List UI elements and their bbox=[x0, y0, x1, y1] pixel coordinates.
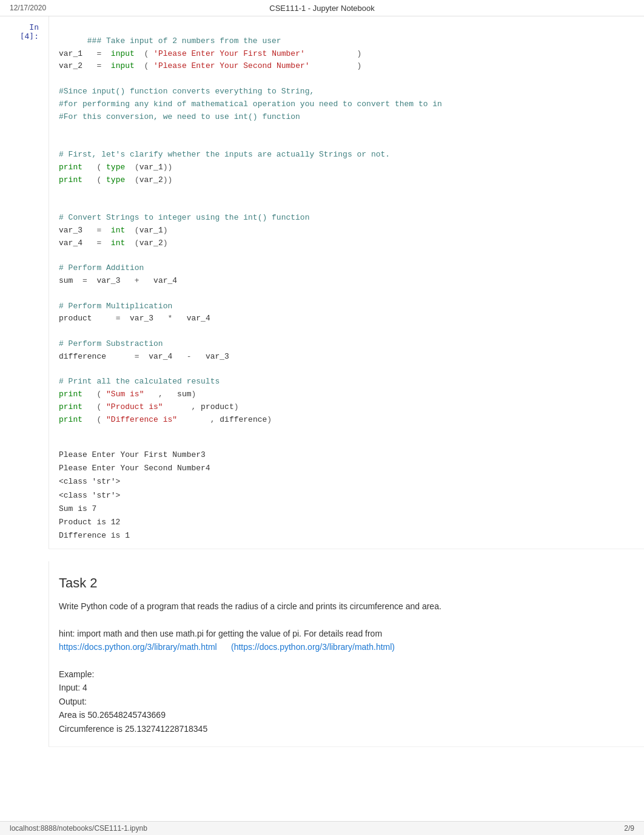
comment-2c: #For this conversion, we need to use int… bbox=[59, 112, 300, 121]
var2-line: var_2 = input ( 'Please Enter Your Secon… bbox=[59, 61, 361, 70]
input-label: Input: 4 bbox=[59, 681, 634, 694]
var1-line: var_1 = input ( 'Please Enter Your First… bbox=[59, 49, 361, 58]
comment-6: # Perform Multiplication bbox=[59, 302, 172, 311]
task2-description: Write Python code of a program that read… bbox=[59, 600, 634, 613]
comment-line-1: ### Take input of 2 numbers from the use… bbox=[87, 36, 281, 46]
output-line-1: Please Enter Your First Number3 bbox=[59, 448, 634, 462]
comment-2b: #for performing any kind of mathematical… bbox=[59, 100, 442, 109]
output-line-6: Product is 12 bbox=[59, 516, 634, 529]
output-line-2: Please Enter Your Second Number4 bbox=[59, 462, 634, 475]
task2-body: Task 2 Write Python code of a program th… bbox=[49, 561, 644, 747]
print3-line: print ( "Difference is" , difference) bbox=[59, 415, 272, 424]
output-line-3: <class 'str'> bbox=[59, 475, 634, 488]
print2-line: print ( "Product is" , product) bbox=[59, 402, 239, 411]
sum-line: sum = var_3 + var_4 bbox=[59, 276, 177, 285]
var4-line: var_4 = int (var_2) bbox=[59, 238, 168, 248]
area-line: Area is 50.26548245743669 bbox=[59, 708, 634, 722]
output-label: Output: bbox=[59, 695, 634, 708]
task2-section: Task 2 Write Python code of a program th… bbox=[0, 561, 644, 747]
code-block: ### Take input of 2 numbers from the use… bbox=[59, 22, 634, 439]
top-bar: 12/17/2020 CSE111-1 - Jupyter Notebook bbox=[0, 0, 644, 16]
comment-8: # Print all the calculated results bbox=[59, 377, 220, 386]
comment-3: # First, let's clarify whether the input… bbox=[59, 150, 390, 159]
task2-heading: Task 2 bbox=[59, 572, 634, 593]
comment-7: # Perform Substraction bbox=[59, 339, 163, 348]
task2-label bbox=[0, 561, 49, 747]
output-line-4: <class 'str'> bbox=[59, 489, 634, 502]
circ-line: Circumference is 25.132741228718345 bbox=[59, 722, 634, 735]
print-type1-line: print ( type (var_1)) bbox=[59, 163, 172, 172]
hint-link-paren[interactable]: (https://docs.python.org/3/library/math.… bbox=[231, 642, 395, 652]
var3-line: var_3 = int (var_1) bbox=[59, 226, 168, 235]
example-label: Example: bbox=[59, 668, 634, 681]
output-block: Please Enter Your First Number3 Please E… bbox=[59, 445, 634, 543]
top-bar-date: 12/17/2020 bbox=[10, 4, 46, 12]
comment-4: # Convert Strings to integer using the i… bbox=[59, 213, 309, 222]
comment-2a: #Since input() function converts everyth… bbox=[59, 87, 314, 96]
hint-link[interactable]: https://docs.python.org/3/library/math.h… bbox=[59, 642, 217, 652]
page-content: In [4]: ### Take input of 2 numbers from… bbox=[0, 16, 644, 549]
print1-line: print ( "Sum is" , sum) bbox=[59, 390, 196, 399]
cell-body: ### Take input of 2 numbers from the use… bbox=[49, 16, 644, 549]
diff-line: difference = var_4 - var_3 bbox=[59, 352, 229, 361]
output-line-5: Sum is 7 bbox=[59, 502, 634, 516]
hint-prefix: hint: import math and then use math.pi f… bbox=[59, 629, 382, 638]
product-line: product = var_3 * var_4 bbox=[59, 314, 210, 323]
top-bar-title: CSE111-1 - Jupyter Notebook bbox=[269, 4, 374, 13]
output-line-7: Difference is 1 bbox=[59, 529, 634, 543]
comment-5: # Perform Addition bbox=[59, 263, 144, 272]
task2-prose: Task 2 Write Python code of a program th… bbox=[59, 572, 634, 735]
task2-hint: hint: import math and then use math.pi f… bbox=[59, 627, 634, 654]
cell-label: In [4]: bbox=[0, 16, 49, 549]
print-type2-line: print ( type (var_2)) bbox=[59, 175, 172, 184]
